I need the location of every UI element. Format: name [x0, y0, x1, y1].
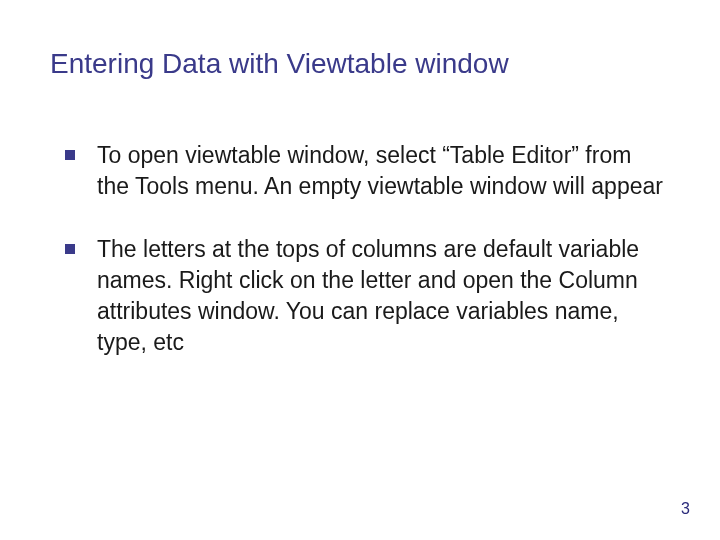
- bullet-item: To open viewtable window, select “Table …: [65, 140, 665, 202]
- square-bullet-icon: [65, 244, 75, 254]
- slide-title: Entering Data with Viewtable window: [50, 48, 509, 80]
- page-number: 3: [681, 500, 690, 518]
- slide-content: To open viewtable window, select “Table …: [65, 140, 665, 390]
- square-bullet-icon: [65, 150, 75, 160]
- bullet-text: The letters at the tops of columns are d…: [97, 234, 665, 358]
- bullet-text: To open viewtable window, select “Table …: [97, 140, 665, 202]
- bullet-item: The letters at the tops of columns are d…: [65, 234, 665, 358]
- slide: Entering Data with Viewtable window To o…: [0, 0, 720, 540]
